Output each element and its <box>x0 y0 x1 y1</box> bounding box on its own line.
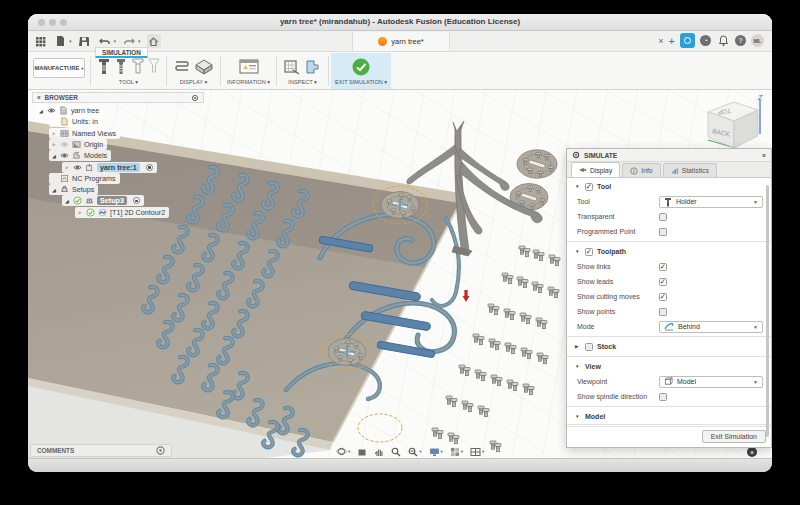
navigation-toolbar: ▾▾▾▾▾ <box>336 446 484 457</box>
browser-item-units-in[interactable]: Units: in <box>49 116 102 127</box>
row-checkbox[interactable] <box>659 393 667 401</box>
section-model[interactable]: ▼Model <box>567 409 771 424</box>
row-checkbox[interactable]: ✓ <box>659 278 667 286</box>
redo-icon[interactable] <box>122 34 136 48</box>
ribbon-group-information[interactable]: INFORMATION ▾ <box>223 53 274 89</box>
section-expander-icon[interactable]: ▼ <box>575 184 581 189</box>
tool-dropdown[interactable]: Holder▼ <box>659 196 763 208</box>
undo-icon[interactable] <box>98 34 112 48</box>
zoom-icon[interactable] <box>391 447 401 457</box>
help-icon[interactable]: ? <box>735 35 746 46</box>
browser-item-origin[interactable]: ▹Origin <box>49 139 107 150</box>
section-expander-icon[interactable]: ▶ <box>575 344 581 349</box>
row-checkbox[interactable] <box>659 308 667 316</box>
nc-programs-icon <box>60 174 69 183</box>
named-views-icon <box>60 129 69 138</box>
expander-icon[interactable]: ▹ <box>64 164 70 170</box>
home-icon[interactable] <box>147 34 161 48</box>
section-expander-icon[interactable]: ▼ <box>575 414 581 419</box>
eye-icon[interactable] <box>47 106 56 115</box>
viewport[interactable]: Z TOP BACK « BROWSER ◢yarn treeUnits: in… <box>28 90 772 458</box>
browser-item--t1-2d-contour2[interactable]: ▹[T1] 2D Contour2 <box>75 207 169 218</box>
browser-item-label: [T1] 2D Contour2 <box>110 208 165 217</box>
close-tab-button[interactable]: × <box>658 36 663 46</box>
orbit-icon[interactable]: ▾ <box>336 446 350 457</box>
look-at-icon[interactable] <box>357 447 367 457</box>
expander-icon[interactable]: ◢ <box>51 153 57 159</box>
save-icon[interactable] <box>78 34 92 48</box>
section-expander-icon[interactable]: ▼ <box>575 249 581 254</box>
comments-options-icon[interactable] <box>156 446 165 455</box>
expander-icon[interactable]: ▹ <box>51 141 57 147</box>
extensions-icon[interactable] <box>680 33 695 48</box>
document-tab[interactable]: yarn tree* <box>352 32 450 51</box>
simulate-panel-header[interactable]: SIMULATE » <box>567 149 771 162</box>
info-icon <box>630 167 638 175</box>
browser-item-setup3[interactable]: ◢Setup3 <box>62 195 144 206</box>
job-status-icon[interactable]: ◔ <box>700 35 711 46</box>
ribbon-group-inspect[interactable]: INSPECT ▾ <box>279 53 326 89</box>
browser-header[interactable]: « BROWSER <box>32 92 204 103</box>
ribbon-group-tool[interactable]: TOOL ▾ <box>93 53 164 89</box>
tab-info[interactable]: Info <box>622 163 660 177</box>
browser-item-nc-programs[interactable]: NC Programs <box>49 173 120 184</box>
file-menu-icon[interactable] <box>53 34 67 48</box>
avatar[interactable]: ML <box>751 34 764 47</box>
row-checkbox[interactable]: ✓ <box>659 263 667 271</box>
exit-simulation-button[interactable]: Exit Simulation <box>702 430 766 443</box>
eye-icon[interactable] <box>60 151 69 160</box>
exit-simulation-group[interactable]: EXIT SIMULATION ▾ <box>331 53 391 89</box>
section-stock[interactable]: ▶Stock <box>567 339 771 354</box>
browser-item-yarn-tree-1[interactable]: ▹yarn tree:1 <box>62 162 157 173</box>
expander-icon[interactable]: ▹ <box>51 130 57 136</box>
assistant-icon[interactable]: a <box>747 447 757 457</box>
row-label: Viewpoint <box>577 378 659 385</box>
panel-scrollbar[interactable] <box>766 185 769 437</box>
new-tab-button[interactable]: + <box>669 35 675 47</box>
comments-bar[interactable]: COMMENTS <box>30 444 172 457</box>
section-checkbox[interactable]: ✓ <box>585 248 593 256</box>
tab-statistics[interactable]: Statistics <box>663 163 717 177</box>
zoom-window-icon[interactable]: ▾ <box>408 447 421 457</box>
section-checkbox[interactable]: ✓ <box>585 183 593 191</box>
activate-radio[interactable] <box>133 197 140 204</box>
expander-icon[interactable]: ◢ <box>51 187 57 193</box>
workspace-selector[interactable]: MANUFACTURE▾ <box>33 58 85 78</box>
browser-item-named-views[interactable]: ▹Named Views <box>49 128 120 139</box>
dropdown-value: Model <box>677 378 749 385</box>
expander-icon[interactable]: ◢ <box>64 198 70 204</box>
section-toolpath[interactable]: ▼✓Toolpath <box>567 244 771 259</box>
panel-expand-icon[interactable]: » <box>762 152 766 159</box>
row-checkbox[interactable]: ✓ <box>659 293 667 301</box>
browser-settings-gear-icon[interactable] <box>191 94 199 102</box>
row-checkbox[interactable] <box>659 213 667 221</box>
mode-dropdown[interactable]: Behind▼ <box>659 321 763 333</box>
viewports-icon[interactable]: ▾ <box>470 447 484 457</box>
eye-dim-icon[interactable] <box>60 140 69 149</box>
display-settings-icon[interactable]: ▾ <box>429 447 443 457</box>
tab-display[interactable]: Display <box>571 162 620 177</box>
section-checkbox[interactable] <box>585 343 593 351</box>
tool-shaft-icon <box>114 57 128 77</box>
row-checkbox[interactable] <box>659 228 667 236</box>
browser-item-yarn-tree[interactable]: ◢yarn tree <box>36 105 103 116</box>
data-panel-icon[interactable] <box>33 34 47 48</box>
document-icon <box>59 106 68 115</box>
activate-radio[interactable] <box>146 164 153 171</box>
notifications-bell-icon[interactable] <box>716 34 730 48</box>
section-view[interactable]: ▼View <box>567 359 771 374</box>
dock-panel-icon[interactable]: « <box>37 94 41 101</box>
grid-layout-icon[interactable]: ▾ <box>450 447 463 457</box>
section-tool[interactable]: ▼✓Tool <box>567 179 771 194</box>
eye-icon[interactable] <box>73 163 82 172</box>
browser-item-setups[interactable]: ◢Setups <box>49 184 98 195</box>
browser-item-models[interactable]: ◢Models <box>49 150 111 161</box>
expander-icon[interactable]: ◢ <box>38 108 44 114</box>
tab-label: Info <box>641 167 652 174</box>
expander-icon[interactable]: ▹ <box>77 209 83 215</box>
tab-simulation[interactable]: SIMULATION <box>95 47 148 58</box>
section-expander-icon[interactable]: ▼ <box>575 364 581 369</box>
ribbon-group-display[interactable]: DISPLAY ▾ <box>169 53 218 89</box>
pan-icon[interactable] <box>374 447 384 457</box>
viewpoint-dropdown[interactable]: Model▼ <box>659 376 763 388</box>
